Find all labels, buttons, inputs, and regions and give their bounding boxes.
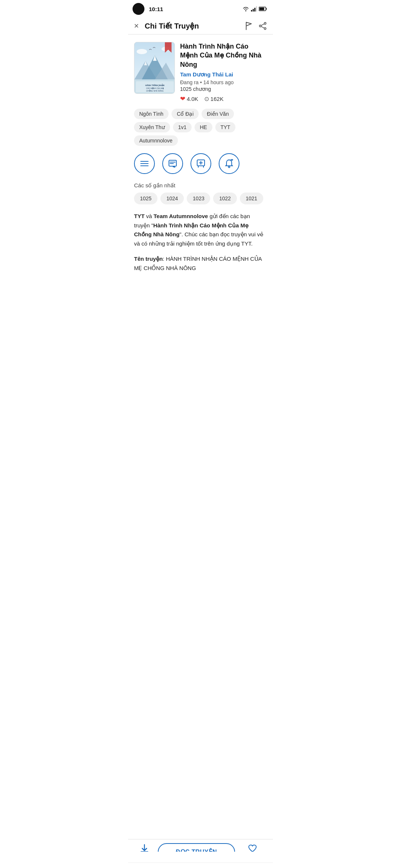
- svg-point-35: [228, 166, 230, 168]
- description-text: TYT và Team Autumnnolove gửi đến các bạn…: [134, 212, 267, 249]
- likes-stat: ❤ 4.0K: [180, 95, 198, 103]
- book-chapters: 1025 chương: [180, 86, 267, 92]
- svg-point-7: [264, 23, 266, 24]
- notify-button[interactable]: +: [219, 153, 239, 174]
- svg-text:+: +: [231, 159, 232, 161]
- review-button[interactable]: [162, 153, 183, 174]
- svg-rect-0: [251, 10, 252, 11]
- header-actions: [245, 22, 267, 30]
- book-cover: HÀNH TRÌNH NHẬN CÁO MỆNH CỦA MẸ CHỒNG NH…: [134, 42, 175, 94]
- svg-text:CHỒNG NHÀ NÔNG: CHỒNG NHÀ NÔNG: [146, 90, 163, 92]
- tag-item[interactable]: 1v1: [173, 122, 192, 132]
- book-info: Hành Trình Nhận Cáo Mệnh Của Mẹ Chồng Nh…: [180, 42, 267, 103]
- status-time: 10:11: [149, 6, 163, 12]
- chapter-chip[interactable]: 1023: [187, 193, 210, 204]
- signal-icon: [251, 6, 257, 11]
- recent-chapters-label: Các số gần nhất: [134, 182, 267, 189]
- svg-point-19: [137, 49, 147, 54]
- views-stat: ⊙ 162K: [204, 95, 224, 102]
- heart-icon: ❤: [180, 95, 185, 103]
- chapter-chip[interactable]: 1024: [160, 193, 184, 204]
- eye-icon: ⊙: [204, 95, 209, 102]
- svg-text:CÁO MỆNH CỦA MẸ: CÁO MỆNH CỦA MẸ: [146, 86, 163, 89]
- add-shelf-button[interactable]: [190, 153, 211, 174]
- svg-text:HÀNH TRÌNH NHẬN: HÀNH TRÌNH NHẬN: [145, 83, 164, 87]
- tag-item[interactable]: TYT: [215, 122, 235, 132]
- tag-item[interactable]: HE: [195, 122, 212, 132]
- tag-item[interactable]: Ngôn Tình: [134, 109, 169, 119]
- chapter-chip[interactable]: 1025: [134, 193, 157, 204]
- chapters-list-button[interactable]: [134, 153, 155, 174]
- action-buttons: +: [134, 153, 267, 174]
- wifi-icon: [242, 6, 249, 11]
- svg-point-8: [264, 28, 266, 30]
- close-button[interactable]: ×: [134, 22, 139, 30]
- chapter-chips: 1025 1024 1023 1022 1021: [134, 193, 267, 204]
- main-content: HÀNH TRÌNH NHẬN CÁO MỆNH CỦA MẸ CHỒNG NH…: [128, 34, 273, 344]
- flag-icon[interactable]: [245, 22, 253, 30]
- svg-rect-29: [169, 160, 176, 166]
- book-author[interactable]: Tam Dương Thái Lai: [180, 71, 267, 78]
- book-status: Đang ra • 14 hours ago: [180, 79, 267, 85]
- svg-point-9: [260, 25, 261, 27]
- tag-item[interactable]: Điền Văn: [202, 109, 234, 119]
- svg-rect-5: [260, 8, 264, 10]
- description-title: Tên truyện: HÀNH TRÌNH NHẬN CÁO MỆNH CỦA…: [134, 254, 267, 273]
- page-title: Chi Tiết Truyện: [145, 22, 245, 30]
- tag-item[interactable]: Autumnnolove: [134, 135, 178, 146]
- tag-item[interactable]: Xuyên Thư: [134, 122, 170, 132]
- tag-item[interactable]: Cổ Đại: [172, 109, 199, 119]
- battery-icon: [259, 7, 267, 11]
- svg-line-10: [261, 24, 264, 26]
- book-title: Hành Trình Nhận Cáo Mệnh Của Mẹ Chồng Nh…: [180, 42, 267, 69]
- tags-section: Ngôn Tình Cổ Đại Điền Văn Xuyên Thư 1v1 …: [134, 109, 267, 146]
- svg-rect-6: [266, 8, 267, 10]
- svg-line-11: [261, 26, 264, 28]
- top-bar: × Chi Tiết Truyện: [128, 18, 273, 34]
- svg-rect-3: [256, 6, 257, 11]
- likes-count: 4.0K: [187, 96, 198, 102]
- views-count: 162K: [211, 96, 224, 102]
- chapter-chip[interactable]: 1022: [213, 193, 237, 204]
- share-icon[interactable]: [259, 22, 267, 30]
- book-header: HÀNH TRÌNH NHẬN CÁO MỆNH CỦA MẸ CHỒNG NH…: [134, 42, 267, 103]
- chapter-chip[interactable]: 1021: [240, 193, 263, 204]
- book-stats: ❤ 4.0K ⊙ 162K: [180, 95, 267, 103]
- svg-rect-1: [253, 9, 254, 11]
- svg-rect-2: [254, 8, 255, 11]
- status-icons: [242, 6, 267, 11]
